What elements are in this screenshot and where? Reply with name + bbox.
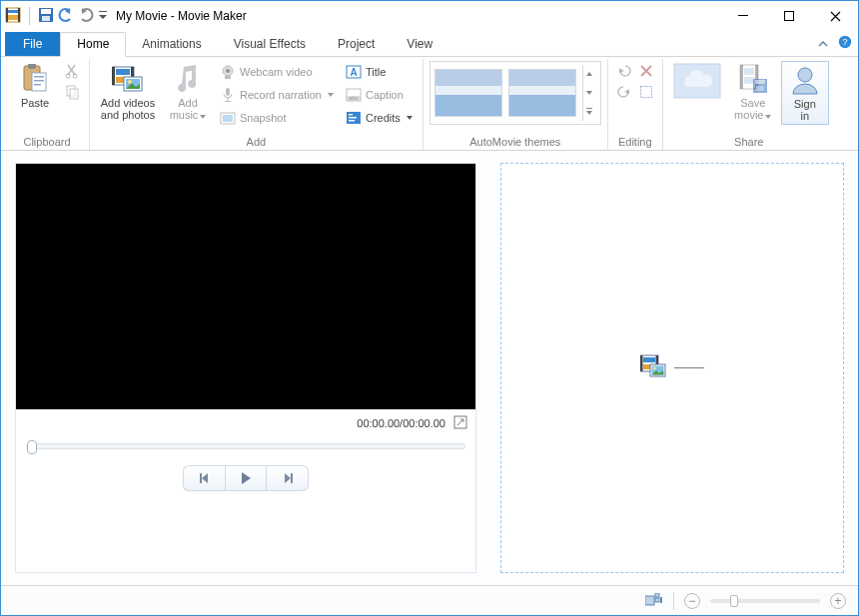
svg-rect-53 <box>744 68 754 75</box>
rotate-right-button[interactable] <box>614 82 634 102</box>
sign-in-button[interactable]: Sign in <box>781 61 829 125</box>
svg-rect-45 <box>349 114 353 116</box>
credits-label: Credits <box>366 112 401 124</box>
svg-rect-57 <box>756 86 764 91</box>
zoom-out-button[interactable]: − <box>684 593 700 609</box>
snapshot-button[interactable]: Snapshot <box>216 107 338 129</box>
minimize-button[interactable] <box>720 1 766 31</box>
automovie-theme-thumb[interactable] <box>508 69 576 117</box>
webcam-icon <box>220 64 236 80</box>
svg-rect-47 <box>349 120 355 122</box>
transport-controls <box>16 465 475 491</box>
zoom-in-button[interactable]: + <box>830 593 846 609</box>
play-button[interactable] <box>225 465 267 491</box>
playback-slider-handle[interactable] <box>27 440 37 454</box>
automovie-gallery[interactable] <box>430 61 601 125</box>
zoom-slider[interactable] <box>710 599 820 603</box>
remove-button[interactable] <box>636 61 656 81</box>
svg-rect-24 <box>112 67 115 85</box>
group-automovie: AutoMovie themes <box>424 59 608 150</box>
svg-rect-7 <box>42 16 50 21</box>
help-icon[interactable]: ? <box>838 35 852 53</box>
save-icon[interactable] <box>38 7 54 26</box>
redo-icon[interactable] <box>78 7 94 26</box>
music-note-icon <box>172 63 204 95</box>
svg-rect-61 <box>291 473 293 483</box>
svg-rect-54 <box>744 77 754 84</box>
undo-icon[interactable] <box>58 7 74 26</box>
group-editing-label: Editing <box>618 136 652 150</box>
group-editing: Editing <box>608 59 663 150</box>
ribbon: Paste Clipboard Add videos and photos <box>1 57 858 151</box>
workspace: 00:00.00/00:00.00 <box>1 151 858 585</box>
cut-button[interactable] <box>63 61 83 81</box>
svg-point-58 <box>798 68 812 82</box>
add-videos-label: Add videos and photos <box>101 97 155 121</box>
rotate-left-button[interactable] <box>614 61 634 81</box>
svg-rect-4 <box>18 8 20 22</box>
select-all-button[interactable] <box>636 82 656 102</box>
playback-slider[interactable] <box>26 443 465 449</box>
svg-rect-35 <box>228 98 229 101</box>
svg-rect-22 <box>70 89 78 99</box>
copy-button[interactable] <box>63 82 83 102</box>
video-preview[interactable] <box>16 164 475 409</box>
ribbon-collapse-icon[interactable] <box>818 35 828 53</box>
svg-rect-60 <box>200 473 202 483</box>
svg-rect-73 <box>660 597 662 603</box>
storyboard[interactable] <box>500 163 844 573</box>
svg-rect-2 <box>8 15 18 20</box>
webcam-video-button[interactable]: Webcam video <box>216 61 338 83</box>
app-window: My Movie - Movie Maker File Home Animati… <box>0 0 859 616</box>
record-label: Record narration <box>240 89 322 101</box>
onedrive-button[interactable] <box>669 61 725 101</box>
tab-home[interactable]: Home <box>60 32 126 57</box>
tab-project[interactable]: Project <box>322 33 391 56</box>
close-button[interactable] <box>812 1 858 31</box>
add-music-button[interactable]: Add music <box>164 61 212 123</box>
caption-button[interactable]: abc Caption <box>342 84 417 106</box>
svg-rect-16 <box>34 76 44 78</box>
titlebar: My Movie - Movie Maker <box>1 1 858 31</box>
gallery-scroll-down-icon[interactable] <box>583 84 596 103</box>
svg-rect-10 <box>785 12 794 21</box>
filmstrip-photo-icon <box>112 63 144 95</box>
next-frame-button[interactable] <box>267 465 309 491</box>
group-automovie-label: AutoMovie themes <box>469 136 560 150</box>
sign-in-label: Sign in <box>794 98 816 122</box>
add-videos-photos-button[interactable]: Add videos and photos <box>96 61 160 123</box>
quick-access-toolbar <box>5 7 108 26</box>
svg-point-30 <box>128 80 132 84</box>
gallery-scroll[interactable] <box>582 65 596 121</box>
timecode: 00:00.00/00:00.00 <box>357 417 445 429</box>
tab-animations[interactable]: Animations <box>126 33 217 56</box>
storyboard-line-icon <box>674 367 704 368</box>
tab-view[interactable]: View <box>391 33 448 56</box>
gallery-more-icon[interactable] <box>583 102 596 121</box>
credits-button[interactable]: Credits <box>342 107 417 129</box>
paste-button[interactable]: Paste <box>11 61 59 111</box>
record-narration-button[interactable]: Record narration <box>216 84 338 106</box>
thumbnail-size-icon[interactable] <box>645 593 663 609</box>
svg-text:A: A <box>350 67 357 78</box>
add-music-label: Add music <box>170 97 207 121</box>
tab-visual-effects[interactable]: Visual Effects <box>218 33 322 56</box>
group-add: Add videos and photos Add music Webcam v… <box>90 59 424 150</box>
gallery-scroll-up-icon[interactable] <box>583 65 596 84</box>
window-title: My Movie - Movie Maker <box>116 9 247 23</box>
automovie-theme-thumb[interactable] <box>434 69 502 117</box>
prev-frame-button[interactable] <box>183 465 225 491</box>
svg-rect-26 <box>116 69 130 75</box>
save-movie-button[interactable]: Save movie <box>729 61 777 123</box>
svg-rect-51 <box>740 65 743 89</box>
fullscreen-icon[interactable] <box>453 415 467 431</box>
tab-file[interactable]: File <box>5 32 60 56</box>
qat-dropdown-icon[interactable] <box>98 7 108 26</box>
svg-point-32 <box>226 69 230 73</box>
svg-rect-48 <box>640 87 651 98</box>
group-add-label: Add <box>247 136 267 150</box>
title-button[interactable]: A Title <box>342 61 417 83</box>
zoom-slider-handle[interactable] <box>730 595 738 607</box>
maximize-button[interactable] <box>766 1 812 31</box>
group-share-label: Share <box>734 136 763 150</box>
